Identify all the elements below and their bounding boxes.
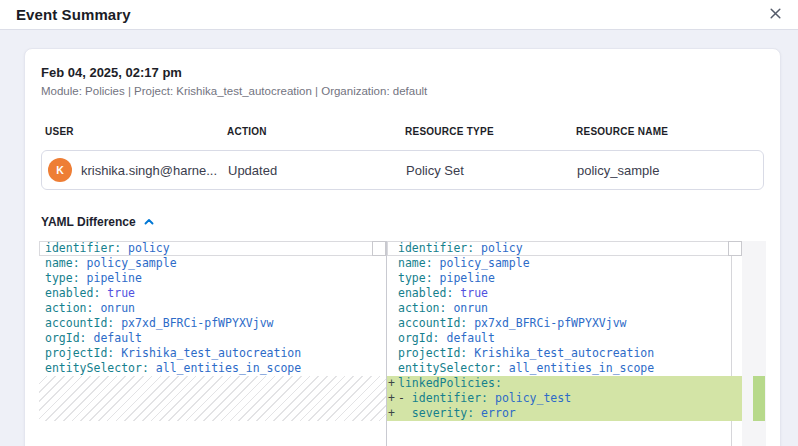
column-resource-name: RESOURCE NAME (576, 126, 764, 137)
code-line: +- identifier: policy_test (387, 391, 742, 406)
page-title: Event Summary (16, 6, 131, 23)
resource-name-cell: policy_sample (577, 163, 763, 178)
code-line: projectId: Krishika_test_autocreation (387, 346, 742, 361)
avatar: K (48, 158, 72, 182)
diff-empty-placeholder (39, 376, 386, 421)
event-summary-card: Feb 04, 2025, 02:17 pm Module: Policies … (24, 48, 781, 446)
diff-added-marker (753, 376, 765, 421)
chevron-up-icon (143, 216, 155, 228)
code-line: orgId: default (39, 331, 386, 346)
code-line: enabled: true (387, 286, 742, 301)
scrollbar-slider[interactable] (728, 241, 742, 256)
code-line: type: pipeline (39, 271, 386, 286)
event-meta: Module: Policies | Project: Krishika_tes… (41, 85, 764, 97)
action-cell: Updated (228, 163, 406, 178)
yaml-difference-label: YAML Difference (41, 215, 136, 229)
user-cell: K krishika.singh@harne... (42, 158, 228, 182)
scrollbar-slider[interactable] (372, 241, 386, 256)
code-line: +linkedPolicies: (387, 376, 742, 391)
yaml-diff-editor: identifier: policyname: policy_sampletyp… (39, 241, 766, 446)
code-line: orgId: default (387, 331, 742, 346)
column-action: ACTION (227, 126, 405, 137)
modal-header: Event Summary (0, 0, 798, 30)
code-line: identifier: policy (387, 241, 742, 256)
resource-type-cell: Policy Set (406, 163, 577, 178)
user-email: krishika.singh@harne... (81, 163, 217, 178)
table-row[interactable]: K krishika.singh@harne... Updated Policy… (41, 150, 764, 190)
column-resource-type: RESOURCE TYPE (405, 126, 576, 137)
code-lines-original: identifier: policyname: policy_sampletyp… (39, 241, 386, 376)
code-line: action: onrun (39, 301, 386, 316)
code-line: enabled: true (39, 286, 386, 301)
code-line: + severity: error (387, 406, 742, 421)
code-line: identifier: policy (39, 241, 386, 256)
diff-pane-modified[interactable]: identifier: policyname: policy_sampletyp… (387, 241, 742, 446)
code-line: name: policy_sample (387, 256, 742, 271)
code-line: name: policy_sample (39, 256, 386, 271)
code-line: accountId: px7xd_BFRCi-pfWPYXVjvw (39, 316, 386, 331)
code-line: entitySelector: all_entities_in_scope (387, 361, 742, 376)
close-button[interactable] (769, 6, 782, 24)
code-line: action: onrun (387, 301, 742, 316)
diff-pane-original[interactable]: identifier: policyname: policy_sampletyp… (39, 241, 386, 446)
code-line: entitySelector: all_entities_in_scope (39, 361, 386, 376)
yaml-difference-toggle[interactable]: YAML Difference (41, 215, 155, 229)
code-line: accountId: px7xd_BFRCi-pfWPYXVjvw (387, 316, 742, 331)
event-timestamp: Feb 04, 2025, 02:17 pm (41, 65, 764, 80)
close-icon (769, 6, 782, 24)
column-user: USER (41, 126, 227, 137)
overview-ruler[interactable] (742, 241, 766, 446)
code-line: projectId: Krishika_test_autocreation (39, 346, 386, 361)
code-lines-modified: identifier: policyname: policy_sampletyp… (387, 241, 742, 421)
audit-table-header: USER ACTION RESOURCE TYPE RESOURCE NAME (41, 126, 764, 137)
code-line: type: pipeline (387, 271, 742, 286)
